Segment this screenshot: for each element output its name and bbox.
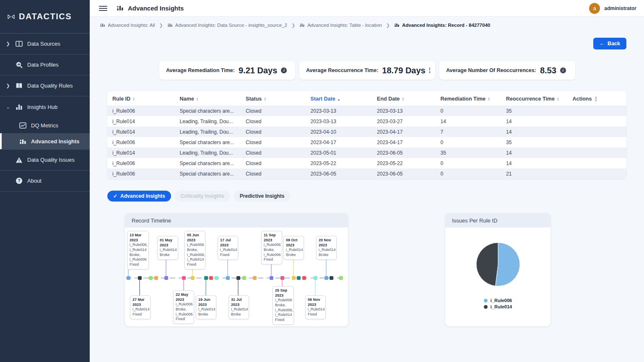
breadcrumb-item[interactable]: Advanced Insights: Table - location (299, 23, 382, 28)
table-row[interactable]: i_Rule014Leading, Trailing, Dou...Closed… (107, 127, 626, 137)
tab-predictive-insights[interactable]: Predictive Insights (234, 191, 291, 202)
legend-item[interactable]: i_Rule014 (484, 304, 512, 309)
timeline-event-bottom[interactable]: 27 Mar 2023i_Rule014 Fixed (130, 295, 151, 319)
breadcrumb-item[interactable]: Advanced Insights: Data Source - insight… (167, 23, 287, 28)
column-header-label: Status (246, 96, 262, 102)
info-icon[interactable]: i (281, 67, 287, 73)
legend-label: i_Rule014 (491, 304, 512, 309)
timeline-connector (282, 279, 283, 286)
timeline-marker[interactable] (215, 276, 218, 280)
timeline-marker[interactable] (149, 276, 153, 280)
issues-pie-chart: i_Rule006i_Rule014 (445, 228, 551, 326)
hamburger-menu-icon[interactable] (99, 6, 107, 11)
back-button[interactable]: ← Back (593, 38, 626, 49)
timeline-event-bottom[interactable]: 31 Jul 2023i_Rule014 Broke (229, 295, 249, 319)
check-icon: ✓ (113, 193, 117, 199)
warning-icon (16, 156, 23, 163)
table-row[interactable]: i_Rule006Special characters are...Closed… (107, 168, 626, 179)
timeline-connector (166, 260, 166, 278)
app-logo[interactable]: DATACTICS (0, 0, 90, 34)
table-row[interactable]: i_Rule006Special characters are...Closed… (107, 137, 626, 147)
timeline-marker[interactable] (302, 276, 306, 280)
column-header-actions[interactable]: Actions⋮ (568, 91, 626, 106)
timeline-marker[interactable] (154, 276, 158, 280)
column-header-start-date[interactable]: Start Date▲ (306, 91, 372, 106)
timeline-marker[interactable] (330, 276, 333, 280)
table-cell: Closed (241, 106, 305, 116)
table-cell: Closed (241, 127, 305, 137)
sidebar-item-data-quality-issues[interactable]: Data Quality Issues (0, 150, 90, 171)
column-header-status[interactable]: Status▲▼ (241, 91, 305, 106)
sidebar-item-about[interactable]: ?About (0, 171, 90, 191)
timeline-event-date: 27 Mar 2023 (132, 297, 148, 307)
timeline-event-top[interactable]: 17 Jul 2023i_Rule014 Fixed (218, 236, 238, 260)
timeline-event-bottom[interactable]: 25 Sep 2023i_Rule006 Broke, i_Rule006, i… (273, 286, 294, 325)
table-row[interactable]: i_Rule014Leading, Trailing, Dou...Closed… (107, 116, 626, 127)
info-icon[interactable]: i (429, 67, 431, 73)
table-cell: 2023-03-13 (306, 106, 372, 116)
timeline-connector (139, 279, 140, 295)
timeline-event-top[interactable]: 05 Jun 2023i_Rule006 Broke, i_Rule006, i… (184, 231, 205, 269)
sidebar-item-data-sources[interactable]: ❯Data Sources (0, 34, 90, 54)
timeline-marker[interactable] (339, 276, 343, 280)
sidebar-item-advanced-insights[interactable]: Advanced Insights (0, 133, 90, 149)
column-menu-icon[interactable]: ⋮ (593, 96, 598, 102)
info-icon[interactable]: i (560, 67, 566, 73)
table-cell: 14 (501, 127, 568, 137)
sidebar: DATACTICS ❯Data SourcesData Profiles❯Dat… (0, 0, 90, 362)
table-row[interactable]: i_Rule006Special characters are...Closed… (107, 158, 626, 168)
timeline-connector (293, 260, 294, 278)
table-row[interactable]: i_Rule014Leading, Trailing, Dou...Closed… (107, 147, 626, 158)
timeline-marker[interactable] (253, 276, 257, 280)
column-header-rule-id[interactable]: Rule ID▲▼ (107, 91, 175, 106)
timeline-event-bottom[interactable]: 19 Jun 2023i_Rule014 Broke (196, 295, 216, 319)
pie-slice-i_Rule014[interactable] (476, 243, 498, 286)
sidebar-item-label: Insights Hub (27, 104, 57, 110)
table-cell: 2023-04-17 (372, 137, 435, 147)
timeline-marker[interactable] (242, 276, 246, 280)
table-cell: 2023-06-05 (372, 147, 435, 158)
timeline-event-top[interactable]: 01 May 2023i_Rule014 Broke (157, 236, 178, 260)
sidebar-item-data-quality-rules[interactable]: ❯Data Quality Rules (0, 75, 90, 96)
timeline-event-bottom[interactable]: 06 Nov 2023i_Rule014 Fixed (305, 295, 326, 319)
sidebar-subitem-label: Advanced Insights (31, 138, 80, 145)
sidebar-item-dq-metrics[interactable]: DQ Metrics (0, 117, 90, 133)
table-row[interactable]: i_Rule006Special characters are...Closed… (107, 106, 626, 116)
timeline-event-top[interactable]: 11 Sep 2023i_Rule006 Broke, i_Rule006 Fi… (261, 231, 282, 264)
legend-item[interactable]: i_Rule006 (484, 298, 512, 303)
timeline-event-bottom[interactable]: 22 May 2023i_Rule006 Broke, i_Rule006 Fi… (173, 290, 194, 324)
timeline-event-top[interactable]: 13 Mar 2023i_Rule006, i_Rule014 Broke, i… (127, 231, 149, 269)
sidebar-item-data-profiles[interactable]: Data Profiles (0, 54, 90, 75)
sidebar-item-insights-hub[interactable]: ⌄Insights Hub (0, 96, 90, 117)
pie-legend: i_Rule006i_Rule014 (484, 298, 512, 309)
advanced-insights-icon (299, 23, 305, 28)
legend-dot (484, 299, 488, 303)
breadcrumb-item[interactable]: Advanced Insights: All (100, 23, 155, 28)
user-menu[interactable]: a administrator (589, 3, 636, 14)
columns-icon (16, 40, 23, 47)
table-cell: 2023-05-01 (306, 147, 372, 158)
timeline-event-date: 25 Sep 2023 (275, 288, 291, 298)
breadcrumb-item[interactable]: Advanced Insights: Record - 84277040 (394, 23, 490, 28)
timeline-marker[interactable] (209, 276, 213, 280)
table-cell: i_Rule006 (107, 106, 175, 116)
timeline-event-top[interactable]: 09 Oct 2023i_Rule014 Broke (283, 236, 304, 260)
tab-advanced-insights[interactable]: ✓Advanced Insights (107, 191, 171, 202)
column-header-remediation-time[interactable]: Remediation Time▲▼ (436, 91, 501, 106)
content: ← Back Average Remediation Time:9.21 Day… (90, 34, 644, 362)
timeline-event-top[interactable]: 20 Nov 2023i_Rule014 Broke (316, 236, 337, 260)
timeline-event-description: i_Rule014 Broke (319, 248, 336, 257)
timeline-event-description: i_Rule006 Broke, i_Rule006, i_Rule014 Fi… (187, 243, 205, 266)
sort-asc-icon: ▲ (338, 98, 340, 101)
column-header-end-date[interactable]: End Date▲▼ (372, 91, 435, 106)
legend-dot (484, 305, 488, 309)
column-header-label: End Date (377, 96, 400, 102)
sidebar-item-label: Data Sources (27, 41, 60, 47)
chevron-right-icon: ❯ (159, 23, 163, 28)
table-cell: 2023-03-13 (372, 106, 435, 116)
pie-slice-i_Rule006[interactable] (495, 243, 520, 286)
column-header-reoccurrence-time[interactable]: Reoccurrence Time▲▼ (501, 91, 568, 106)
column-header-name[interactable]: Name▲▼ (175, 91, 241, 106)
timeline-event-description: i_Rule006, i_Rule014 Broke, i_Rule006 Fi… (130, 243, 148, 266)
timeline-marker[interactable] (297, 276, 301, 280)
